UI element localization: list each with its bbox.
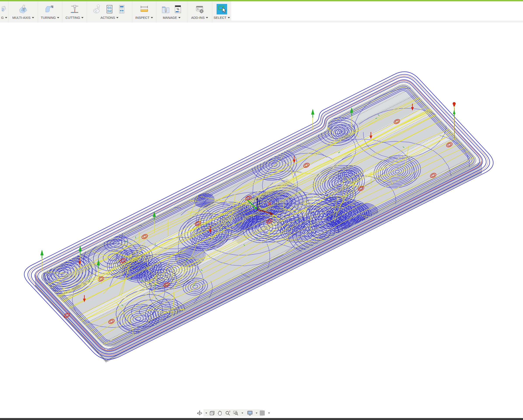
multi-axis-menu[interactable]: MULTI-AXIS [12, 16, 34, 20]
viewport-3d[interactable] [0, 23, 523, 418]
clipped-menu-label: G [1, 16, 4, 20]
orbit-icon[interactable] [196, 410, 203, 416]
turning-icon[interactable] [45, 4, 55, 14]
chevron-down-icon [32, 17, 34, 18]
chevron-down-icon [228, 17, 230, 18]
display-settings-dropdown[interactable] [254, 410, 258, 416]
grid-dropdown[interactable] [267, 410, 270, 416]
add-ins-menu[interactable]: ADD-INS [191, 16, 208, 20]
toolbar-group-turning: TURNING [38, 1, 62, 23]
orbit-dropdown[interactable] [204, 410, 208, 416]
measure-ruler-icon[interactable] [139, 4, 149, 14]
cutting-menu[interactable]: CUTTING [65, 16, 84, 20]
svg-text:±: ± [229, 410, 230, 412]
inspect-menu[interactable]: INSPECT [135, 16, 153, 20]
turning-menu-label: TURNING [41, 16, 56, 20]
zoom-icon[interactable]: ± [224, 410, 231, 416]
zoom-window-dropdown[interactable] [240, 410, 244, 416]
manufacture-toolbar: G MULTI-AXIS [0, 1, 231, 23]
chevron-down-icon [57, 17, 59, 18]
zoom-window-icon[interactable] [232, 410, 239, 416]
tool-library-icon[interactable] [160, 4, 171, 14]
application-window: G MULTI-AXIS [0, 0, 523, 420]
toolbar-group-add-ins: >- A [187, 1, 212, 23]
toolbar-group-inspect: INSPECT [132, 1, 156, 23]
add-ins-menu-label: ADD-INS [191, 16, 205, 20]
svg-text:G2: G2 [107, 9, 112, 13]
multi-axis-icon[interactable] [18, 4, 28, 14]
toolbar-group-actions: G1 G2 [87, 1, 132, 23]
actions-menu[interactable]: ACTIONS [100, 16, 119, 20]
clipped-menu[interactable]: G [1, 16, 7, 20]
simulate-icon[interactable] [92, 4, 103, 14]
chevron-down-icon [205, 412, 207, 414]
look-at-icon[interactable] [209, 410, 215, 416]
toolbar-group-manage: % MANAGE [156, 1, 187, 23]
chevron-down-icon [178, 17, 180, 18]
task-status-icon[interactable]: % [173, 4, 183, 14]
post-process-icon[interactable]: G1 G2 [104, 4, 115, 14]
chevron-down-icon [206, 17, 208, 18]
window-bottom-border [0, 418, 523, 420]
toolbar-group-multi-axis: MULTI-AXIS [8, 1, 38, 23]
toolbar-group-select: SELECT [212, 1, 231, 23]
pan-icon[interactable] [217, 410, 223, 416]
chevron-down-icon [116, 17, 118, 18]
multi-axis-menu-label: MULTI-AXIS [12, 16, 30, 20]
display-settings-icon[interactable] [246, 410, 253, 416]
scripts-addins-icon[interactable]: >- [195, 4, 205, 14]
chevron-down-icon [151, 17, 153, 18]
svg-text:%: % [176, 8, 179, 11]
toolbar-group-clipped: G [0, 1, 8, 23]
svg-text:G1: G1 [107, 6, 112, 9]
chevron-down-icon [81, 17, 83, 18]
actions-menu-label: ACTIONS [100, 16, 115, 20]
cutting-icon[interactable] [69, 4, 80, 14]
select-menu-label: SELECT [213, 16, 226, 20]
manage-menu[interactable]: MANAGE [163, 16, 180, 20]
select-cursor-icon[interactable] [217, 4, 227, 14]
view-navigation-bar: ± [204, 409, 263, 417]
chevron-down-icon [242, 412, 243, 414]
setup-sheet-icon[interactable] [116, 4, 127, 14]
manage-menu-label: MANAGE [163, 16, 177, 20]
toolbar-group-cutting: CUTTING [62, 1, 87, 23]
select-menu[interactable]: SELECT [213, 16, 230, 20]
inspect-menu-label: INSPECT [135, 16, 149, 20]
clipped-group-icon[interactable] [1, 4, 7, 14]
chevron-down-icon [256, 412, 257, 414]
chevron-down-icon [268, 412, 270, 414]
chevron-down-icon [5, 17, 7, 18]
turning-menu[interactable]: TURNING [41, 16, 59, 20]
grid-icon[interactable] [259, 410, 266, 416]
svg-text:>-: >- [197, 8, 200, 10]
viewport-canvas[interactable] [0, 23, 523, 418]
cutting-menu-label: CUTTING [65, 16, 80, 20]
